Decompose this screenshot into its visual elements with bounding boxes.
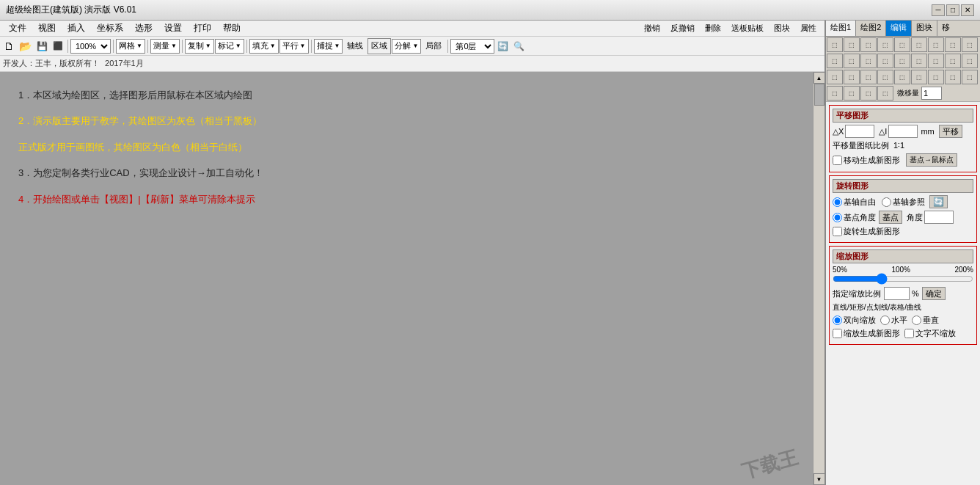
menu-print[interactable]: 打印	[188, 21, 217, 37]
scroll-track[interactable]	[813, 84, 825, 473]
rotate-base-btn[interactable]: 基点	[879, 211, 902, 224]
icon-btn-r3c5[interactable]: ⬚	[894, 70, 910, 84]
zoom-select[interactable]: 100% 50% 200%	[70, 39, 111, 54]
undo-btn[interactable]: 撤销	[639, 21, 665, 37]
icon-btn-r2c6[interactable]: ⬚	[911, 54, 927, 68]
block-btn[interactable]: 图块	[769, 21, 795, 37]
icon-btn-r3c8[interactable]: ⬚	[945, 70, 961, 84]
vert-radio[interactable]	[912, 316, 921, 325]
icon-btn-r1c3[interactable]: ⬚	[860, 37, 877, 52]
axis-btn[interactable]: 轴线	[343, 38, 367, 54]
menu-insert[interactable]: 插入	[62, 21, 91, 37]
rotate-create-checkbox[interactable]	[833, 227, 842, 236]
icon-btn-r2c3[interactable]: ⬚	[860, 54, 877, 68]
maximize-btn[interactable]: □	[946, 4, 959, 16]
bidir-radio[interactable]	[833, 316, 842, 325]
icon-btn-r3c2[interactable]: ⬚	[844, 70, 860, 84]
save-btn[interactable]: 💾	[34, 38, 50, 54]
zone-btn[interactable]: 区域	[368, 38, 391, 54]
icon-btn-r2c9[interactable]: ⬚	[962, 54, 978, 68]
icon-btn-r1c4[interactable]: ⬚	[877, 37, 893, 52]
scroll-down-arrow[interactable]: ▼	[813, 473, 825, 485]
parallel-dropdown[interactable]: 平行▼	[279, 39, 309, 54]
scale-create-checkbox[interactable]	[833, 329, 842, 338]
dy-input[interactable]	[888, 125, 918, 138]
measure-dropdown[interactable]: 测量▼	[150, 39, 180, 54]
dx-input[interactable]	[845, 125, 874, 138]
icon-btn-r1c6[interactable]: ⬚	[911, 37, 927, 52]
icon-btn-r2c5[interactable]: ⬚	[894, 54, 910, 68]
menu-settings[interactable]: 设置	[158, 21, 188, 37]
icon-btn-r3c1[interactable]: ⬚	[827, 70, 843, 84]
icon-btn-r2c1[interactable]: ⬚	[827, 54, 843, 68]
move-btn[interactable]: 平移	[939, 125, 962, 138]
menu-file[interactable]: 文件	[3, 21, 32, 37]
base-angle-radio[interactable]	[833, 213, 842, 222]
tab-block[interactable]: 图块	[912, 21, 937, 36]
icon-btn-r2c8[interactable]: ⬚	[945, 54, 961, 68]
icon-btn-r1c7[interactable]: ⬚	[928, 37, 944, 52]
axis-free-label: 基轴自由	[844, 197, 876, 208]
redo-btn[interactable]: 反撤销	[665, 21, 700, 37]
tab-drawing2[interactable]: 绘图2	[856, 21, 886, 36]
icon-btn-r3c7[interactable]: ⬚	[928, 70, 944, 84]
tab-edit[interactable]: 编辑	[886, 21, 912, 36]
partial-btn[interactable]: 局部	[422, 38, 445, 54]
refresh-btn[interactable]: 🔄	[495, 38, 511, 54]
scale-confirm-btn[interactable]: 确定	[922, 287, 946, 300]
icon-btn-r2c2[interactable]: ⬚	[844, 54, 860, 68]
tab-drawing1[interactable]: 绘图1	[826, 21, 856, 36]
icon-btn-r3c9[interactable]: ⬚	[962, 70, 978, 84]
icon-btn-r4c2[interactable]: ⬚	[844, 86, 860, 101]
copy-dropdown[interactable]: 复制▼	[185, 39, 214, 54]
canvas-scrollbar-v[interactable]: ▲ ▼	[813, 72, 824, 485]
send-to-board-btn[interactable]: 送板贴板	[726, 21, 769, 37]
icon-btn-r3c6[interactable]: ⬚	[911, 70, 927, 84]
rotate-refresh-btn[interactable]: 🔄	[929, 195, 948, 208]
small-icon1[interactable]: ⬛	[51, 38, 65, 54]
grid-dropdown[interactable]: 网格▼	[116, 39, 145, 54]
axis-ref-radio[interactable]	[882, 197, 891, 207]
menu-help[interactable]: 帮助	[217, 21, 246, 37]
icon-btn-r3c3[interactable]: ⬚	[860, 70, 877, 84]
no-text-checkbox[interactable]	[904, 329, 914, 338]
icon-btn-r1c1[interactable]: ⬚	[827, 37, 843, 52]
icon-btn-r4c1[interactable]: ⬚	[827, 86, 843, 101]
icon-btn-r1c5[interactable]: ⬚	[894, 37, 910, 52]
delete-btn[interactable]: 删除	[700, 21, 726, 37]
layer-select[interactable]: 第0层 第1层	[450, 39, 494, 54]
base-point-btn[interactable]: 基点→鼠标点	[906, 153, 957, 167]
mark-dropdown[interactable]: 标记▼	[215, 39, 244, 54]
scroll-up-arrow[interactable]: ▲	[813, 72, 825, 84]
new-btn[interactable]: 🗋	[1, 38, 16, 54]
close-btn[interactable]: ✕	[961, 4, 974, 16]
scale-custom-input[interactable]	[884, 287, 910, 300]
icon-btn-r4c4[interactable]: ⬚	[877, 86, 893, 101]
micromove-input[interactable]	[921, 87, 942, 100]
fill-dropdown[interactable]: 填充▼	[249, 39, 279, 54]
horiz-radio[interactable]	[880, 316, 890, 325]
axis-free-radio[interactable]	[833, 197, 842, 207]
menu-coords[interactable]: 坐标系	[91, 21, 129, 37]
capture-dropdown[interactable]: 捕捉▼	[314, 39, 343, 54]
icon-btn-r2c7[interactable]: ⬚	[928, 54, 944, 68]
icon-btn-r1c9[interactable]: ⬚	[962, 37, 978, 52]
menu-select[interactable]: 选形	[129, 21, 158, 37]
minimize-btn[interactable]: ─	[932, 4, 945, 16]
tab-move[interactable]: 移	[937, 21, 954, 36]
icon-btn-r1c2[interactable]: ⬚	[844, 37, 860, 52]
property-btn[interactable]: 属性	[795, 21, 822, 37]
canvas-area[interactable]: 1．本区域为绘图区，选择图形后用鼠标在本区域内绘图 2．演示版主要用于教学，其绘…	[0, 72, 813, 485]
icon-btn-r4c3[interactable]: ⬚	[860, 86, 877, 101]
split-dropdown[interactable]: 分解▼	[392, 39, 421, 54]
scroll-thumb[interactable]	[814, 84, 824, 106]
open-btn[interactable]: 📂	[17, 38, 34, 54]
angle-input[interactable]	[924, 211, 954, 224]
icon-btn-r3c4[interactable]: ⬚	[877, 70, 893, 84]
zoom-in-btn[interactable]: 🔍	[511, 38, 527, 54]
menu-view[interactable]: 视图	[32, 21, 62, 37]
icon-btn-r1c8[interactable]: ⬚	[945, 37, 961, 52]
icon-btn-r2c4[interactable]: ⬚	[877, 54, 893, 68]
move-create-checkbox[interactable]	[833, 156, 842, 165]
scale-slider[interactable]	[833, 274, 973, 284]
